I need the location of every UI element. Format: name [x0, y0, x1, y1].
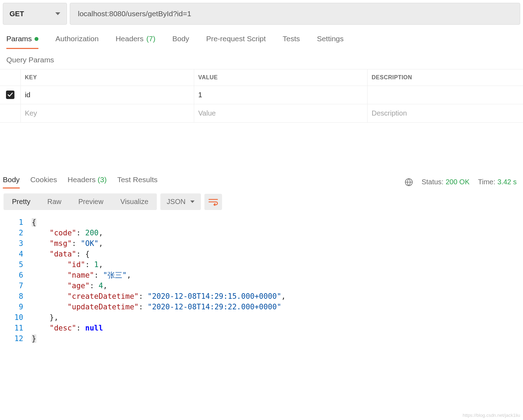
line-number: 4: [0, 249, 32, 259]
tab-prerequest-label: Pre-request Script: [206, 35, 266, 43]
code-content: "createDatetime": "2020-12-08T14:29:15.0…: [32, 291, 286, 302]
code-line: 1{: [0, 217, 523, 228]
placeholder-description[interactable]: Description: [367, 104, 523, 123]
code-content: "id": 1,: [32, 259, 103, 270]
row-checkbox-cell[interactable]: [0, 86, 20, 104]
method-select[interactable]: GET: [3, 3, 67, 25]
header-key: KEY: [20, 69, 194, 86]
line-number: 11: [0, 323, 32, 333]
code-content: {: [32, 217, 36, 228]
line-number: 7: [0, 280, 32, 291]
tab-settings[interactable]: Settings: [317, 35, 344, 49]
rtab-test-results-label: Test Results: [117, 175, 158, 184]
tab-body[interactable]: Body: [172, 35, 189, 49]
tab-params-label: Params: [6, 35, 32, 43]
wrap-lines-button[interactable]: [204, 194, 222, 210]
table-row: id 1: [0, 86, 523, 104]
line-number: 2: [0, 228, 32, 238]
rtab-cookies[interactable]: Cookies: [30, 175, 57, 189]
tab-auth-label: Authorization: [55, 35, 99, 43]
row-description[interactable]: [367, 86, 523, 104]
line-number: 10: [0, 312, 32, 323]
globe-icon[interactable]: [405, 178, 413, 186]
request-tabs: Params Authorization Headers (7) Body Pr…: [0, 27, 523, 49]
tab-prerequest[interactable]: Pre-request Script: [206, 35, 266, 49]
line-number: 12: [0, 333, 32, 344]
tab-params[interactable]: Params: [6, 35, 38, 49]
body-toolbar: Pretty Raw Preview Visualize JSON: [0, 189, 523, 215]
view-raw-button[interactable]: Raw: [39, 193, 70, 210]
response-tabs: Body Cookies Headers (3) Test Results St…: [0, 165, 523, 189]
view-visualize-button[interactable]: Visualize: [112, 193, 157, 210]
code-content: "name": "张三",: [32, 270, 131, 280]
header-value: VALUE: [194, 69, 367, 86]
query-params-table: KEY VALUE DESCRIPTION id 1 Key Value Des…: [0, 69, 523, 123]
code-content: },: [32, 312, 59, 323]
view-pretty-button[interactable]: Pretty: [4, 193, 39, 210]
rtab-body-label: Body: [3, 175, 20, 184]
code-line: 4 "data": {: [0, 249, 523, 259]
url-text: localhost:8080/users/getById?id=1: [78, 10, 191, 18]
code-content: "updateDatetime": "2020-12-08T14:29:22.0…: [32, 302, 281, 312]
row-key[interactable]: id: [20, 86, 194, 104]
code-line: 11 "desc": null: [0, 323, 523, 333]
line-number: 9: [0, 302, 32, 312]
code-line: 8 "createDatetime": "2020-12-08T14:29:15…: [0, 291, 523, 302]
line-number: 6: [0, 270, 32, 280]
params-active-dot-icon: [35, 37, 38, 41]
rtab-headers[interactable]: Headers (3): [68, 175, 107, 189]
code-content: "msg": "OK",: [32, 238, 103, 249]
placeholder-key[interactable]: Key: [20, 104, 194, 123]
table-row-placeholder: Key Value Description: [0, 104, 523, 123]
placeholder-value[interactable]: Value: [194, 104, 367, 123]
response-meta: Status: 200 OK Time: 3.42 s: [405, 178, 517, 186]
query-params-title: Query Params: [0, 49, 523, 69]
code-line: 2 "code": 200,: [0, 228, 523, 238]
rtab-test-results[interactable]: Test Results: [117, 175, 158, 189]
code-content: "code": 200,: [32, 228, 103, 238]
tab-body-label: Body: [172, 35, 189, 43]
rtab-headers-count: (3): [98, 175, 107, 184]
status-label: Status:: [422, 178, 443, 186]
tab-headers-label: Headers: [116, 35, 143, 43]
time-value: 3.42 s: [498, 178, 517, 186]
rtab-cookies-label: Cookies: [30, 175, 57, 184]
rtab-headers-label: Headers: [68, 175, 96, 184]
wrap-icon: [208, 198, 218, 206]
status-value: 200 OK: [445, 178, 469, 186]
tab-authorization[interactable]: Authorization: [55, 35, 99, 49]
header-description: DESCRIPTION: [367, 69, 523, 86]
view-mode-group: Pretty Raw Preview Visualize: [4, 193, 157, 210]
format-label: JSON: [167, 198, 185, 206]
code-line: 7 "age": 4,: [0, 280, 523, 291]
rtab-body[interactable]: Body: [3, 175, 20, 189]
tab-headers-count: (7): [146, 35, 155, 43]
method-label: GET: [10, 10, 24, 18]
header-checkbox: [0, 69, 20, 86]
line-number: 8: [0, 291, 32, 302]
code-content: "age": 4,: [32, 280, 107, 291]
tab-headers[interactable]: Headers (7): [116, 35, 155, 49]
tab-settings-label: Settings: [317, 35, 344, 43]
format-select[interactable]: JSON: [160, 193, 201, 210]
line-number: 1: [0, 217, 32, 228]
code-content: "desc": null: [32, 323, 103, 333]
line-number: 3: [0, 238, 32, 249]
checkbox-checked-icon[interactable]: [6, 91, 14, 99]
chevron-down-icon: [190, 200, 195, 203]
row-checkbox-empty: [0, 104, 20, 123]
tab-tests[interactable]: Tests: [283, 35, 300, 49]
code-line: 9 "updateDatetime": "2020-12-08T14:29:22…: [0, 302, 523, 312]
view-preview-button[interactable]: Preview: [70, 193, 112, 210]
code-line: 3 "msg": "OK",: [0, 238, 523, 249]
response-body[interactable]: 1{2 "code": 200,3 "msg": "OK",4 "data": …: [0, 215, 523, 344]
row-value[interactable]: 1: [194, 86, 367, 104]
url-input[interactable]: localhost:8080/users/getById?id=1: [70, 3, 520, 25]
request-bar: GET localhost:8080/users/getById?id=1: [0, 0, 523, 27]
tab-tests-label: Tests: [283, 35, 300, 43]
code-content: }: [32, 333, 36, 344]
chevron-down-icon: [55, 12, 60, 15]
code-line: 10 },: [0, 312, 523, 323]
code-content: "data": {: [32, 249, 90, 259]
code-line: 5 "id": 1,: [0, 259, 523, 270]
